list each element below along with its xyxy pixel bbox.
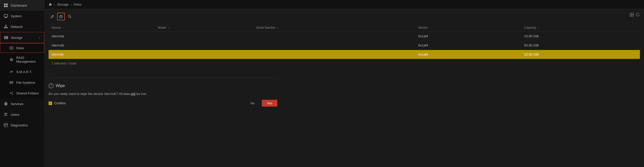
confirm-left: Confirm xyxy=(49,101,66,105)
sidebar-item-shared[interactable]: Shared Folders xyxy=(0,88,44,98)
smart-icon xyxy=(9,70,14,74)
capacity-sort-arrow: ↕ xyxy=(538,27,539,29)
shared-icon xyxy=(9,91,14,95)
content-area: Device ↑ Model ↕ Serial Number ↕ Vendor … xyxy=(44,9,644,167)
storage-submenu: Disks RAID Management S.M.A.R.T. › xyxy=(0,43,44,98)
col-serial[interactable]: Serial Number ↕ xyxy=(253,24,415,32)
sidebar-item-network[interactable]: Network › xyxy=(0,21,44,32)
sidebar-label-storage: Storage xyxy=(11,36,23,40)
edit-button[interactable] xyxy=(49,13,56,20)
no-button[interactable]: No xyxy=(246,100,259,107)
dashboard-icon xyxy=(4,3,8,8)
diagnostics-chevron: › xyxy=(40,124,41,127)
svg-rect-0 xyxy=(4,4,6,5)
sidebar: Dashboard System › xyxy=(0,0,44,167)
system-chevron: › xyxy=(40,15,41,18)
svg-rect-7 xyxy=(5,25,6,26)
toolbar xyxy=(49,13,640,20)
sidebar-label-shared: Shared Folders xyxy=(16,91,39,95)
dialog-buttons: No Yes xyxy=(246,100,277,107)
breadcrumb-sep2: | xyxy=(71,3,71,6)
svg-rect-26 xyxy=(10,81,13,84)
svg-point-19 xyxy=(7,38,7,39)
top-right-actions xyxy=(630,13,640,17)
svg-rect-1 xyxy=(6,4,8,5)
svg-rect-17 xyxy=(4,38,8,39)
system-icon xyxy=(4,14,8,18)
serial-sort-arrow: ↕ xyxy=(277,27,279,29)
table-view-icon[interactable] xyxy=(630,13,634,17)
svg-rect-38 xyxy=(630,13,632,14)
sidebar-label-raid: RAID Management xyxy=(16,56,41,63)
svg-line-49 xyxy=(70,17,71,18)
sidebar-item-raid[interactable]: RAID Management xyxy=(0,53,44,66)
vendor-sort-arrow: ↕ xyxy=(430,27,431,29)
filesystems-icon xyxy=(9,80,14,85)
svg-point-34 xyxy=(5,103,7,105)
sidebar-item-users[interactable]: Users › xyxy=(0,109,44,120)
table-footer: 1 selected / 3 total xyxy=(49,59,640,68)
confirm-label: Confirm xyxy=(54,101,66,105)
storage-icon xyxy=(4,35,8,40)
services-icon xyxy=(4,102,8,106)
svg-rect-16 xyxy=(4,36,8,37)
sidebar-item-filesystems[interactable]: File Systems xyxy=(0,77,44,88)
svg-point-22 xyxy=(11,48,12,48)
confirm-checkbox[interactable] xyxy=(49,102,52,105)
wipe-dialog-message: Do you really want to wipe the device /d… xyxy=(49,92,277,96)
table-row[interactable]: /dev/vdb0x1af450.00 GiB xyxy=(49,41,640,50)
yes-button[interactable]: Yes xyxy=(262,100,277,107)
raid-icon xyxy=(9,57,14,62)
svg-rect-3 xyxy=(6,6,8,7)
col-capacity[interactable]: Capacity ↕ xyxy=(521,24,640,32)
disk-icon xyxy=(9,46,13,50)
users-chevron: › xyxy=(40,113,41,116)
main-content: | Storage | Disks xyxy=(44,0,644,167)
users-icon xyxy=(4,112,8,117)
svg-rect-5 xyxy=(5,17,7,18)
wipe-dialog-title: ? Wipe xyxy=(49,83,277,88)
sidebar-label-services: Services xyxy=(11,102,23,106)
svg-rect-39 xyxy=(632,13,634,14)
help-icon: ? xyxy=(49,83,54,88)
col-vendor[interactable]: Vendor ↕ xyxy=(415,24,521,32)
search-button[interactable] xyxy=(66,13,73,20)
svg-line-33 xyxy=(11,93,12,94)
sidebar-label-dashboard: Dashboard xyxy=(11,4,27,7)
sidebar-item-services[interactable]: Services › xyxy=(0,98,44,109)
wipe-confirm-row: Confirm No Yes xyxy=(49,100,277,107)
svg-rect-10 xyxy=(7,27,8,28)
smart-chevron: › xyxy=(40,71,41,73)
sidebar-item-diagnostics[interactable]: Diagnostics › xyxy=(0,120,44,130)
svg-rect-8 xyxy=(4,27,5,28)
services-chevron: › xyxy=(40,103,41,105)
network-chevron: › xyxy=(40,25,41,28)
model-sort-arrow: ↕ xyxy=(168,27,169,29)
wipe-button[interactable] xyxy=(57,13,65,20)
sidebar-label-diagnostics: Diagnostics xyxy=(11,123,28,127)
breadcrumb-storage[interactable]: Storage xyxy=(57,3,69,6)
home-icon[interactable] xyxy=(49,3,52,6)
sidebar-label-disks: Disks xyxy=(16,46,24,50)
table-row[interactable]: /dev/vda0x1af410.00 GiB xyxy=(49,32,640,41)
breadcrumb: | Storage | Disks xyxy=(44,0,644,9)
svg-rect-4 xyxy=(4,14,8,17)
col-model[interactable]: Model ↕ xyxy=(155,24,253,32)
col-device[interactable]: Device ↑ xyxy=(49,24,155,32)
svg-point-36 xyxy=(6,113,7,114)
sidebar-item-storage[interactable]: Storage ∨ xyxy=(0,32,44,43)
wipe-dialog: ? Wipe Do you really want to wipe the de… xyxy=(49,78,277,112)
sidebar-item-dashboard[interactable]: Dashboard xyxy=(0,0,44,11)
table-row[interactable]: /dev/vdc0x1af420.00 GiB xyxy=(49,50,640,59)
svg-rect-2 xyxy=(4,6,6,7)
refresh-icon[interactable] xyxy=(636,13,640,17)
sidebar-item-system[interactable]: System › xyxy=(0,11,44,21)
svg-point-30 xyxy=(12,92,13,93)
svg-rect-41 xyxy=(632,15,634,16)
sidebar-label-smart: S.M.A.R.T. xyxy=(16,70,32,74)
svg-point-48 xyxy=(68,15,70,17)
sidebar-item-disks[interactable]: Disks xyxy=(0,43,44,53)
sidebar-label-filesystems: File Systems xyxy=(16,81,35,85)
sidebar-item-smart[interactable]: S.M.A.R.T. › xyxy=(0,66,44,77)
device-sort-arrow: ↑ xyxy=(63,27,64,29)
